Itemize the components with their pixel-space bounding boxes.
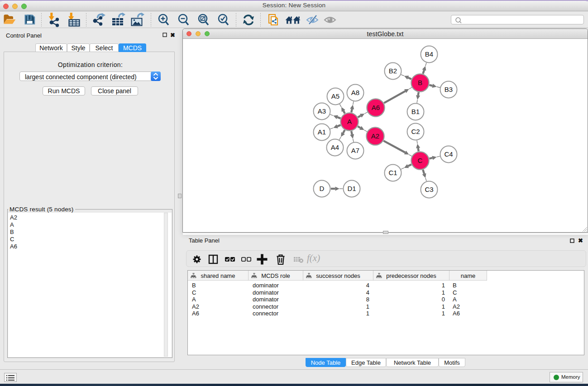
svg-text:B4: B4 (425, 50, 433, 58)
svg-text:C1: C1 (388, 169, 397, 176)
svg-text:A7: A7 (351, 147, 359, 154)
svg-text:C4: C4 (444, 150, 453, 158)
svg-text:A1: A1 (318, 128, 326, 136)
svg-text:C3: C3 (425, 186, 433, 193)
svg-text:A6: A6 (372, 104, 380, 111)
svg-text:C2: C2 (411, 128, 420, 135)
svg-text:B1: B1 (411, 108, 420, 115)
svg-text:A8: A8 (351, 89, 359, 96)
svg-text:D1: D1 (347, 185, 356, 192)
svg-text:C: C (418, 157, 423, 164)
svg-text:A3: A3 (318, 107, 326, 115)
svg-text:B2: B2 (389, 67, 397, 75)
svg-text:B: B (418, 79, 422, 86)
svg-text:A5: A5 (331, 92, 339, 100)
svg-text:D: D (320, 185, 325, 192)
svg-text:A4: A4 (331, 143, 339, 151)
svg-text:A2: A2 (371, 132, 379, 140)
svg-text:B3: B3 (445, 86, 453, 93)
svg-text:A: A (347, 118, 352, 125)
